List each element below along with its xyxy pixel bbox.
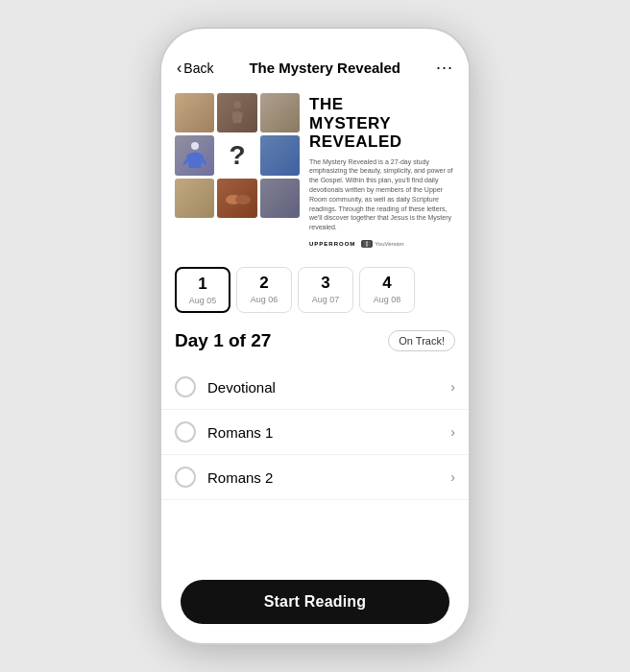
reading-circle-romans1	[175, 421, 196, 443]
book-info: THEMYSTERYREVEALED The Mystery Revealed …	[309, 93, 455, 248]
chevron-right-romans2: ›	[450, 469, 455, 485]
screen: ‹ Back The Mystery Revealed ···	[161, 29, 469, 643]
book-img-9	[260, 179, 300, 218]
book-img-6	[260, 135, 300, 175]
header-title: The Mystery Revealed	[249, 60, 400, 76]
book-hero: ? THEMYSTERYREVEALED The Mystery Reveal	[161, 84, 469, 259]
book-img-8	[217, 179, 256, 218]
book-img-7	[175, 179, 214, 218]
day-section: Day 1 of 27 On Track!	[161, 324, 469, 361]
day-tab-4-number: 4	[382, 274, 391, 293]
chevron-right-devotional: ›	[450, 379, 455, 395]
day-tab-2-number: 2	[259, 274, 268, 293]
svg-point-0	[233, 101, 241, 108]
day-tab-1-date: Aug 05	[189, 296, 217, 305]
notch	[267, 29, 363, 50]
figure2-icon	[183, 141, 206, 170]
day-tab-1-number: 1	[198, 275, 206, 294]
bible-icon	[363, 241, 371, 247]
book-img-2	[217, 93, 256, 132]
book-logos: UPPERROOM YouVersion	[309, 240, 455, 248]
more-button[interactable]: ···	[436, 58, 453, 78]
day-label: Day 1 of 27	[175, 330, 271, 351]
reading-list: Devotional › Romans 1 › Romans 2 ›	[161, 361, 469, 504]
question-mark: ?	[229, 140, 245, 171]
bottom-bar: Start Reading	[161, 568, 469, 643]
book-img-4	[175, 135, 214, 175]
book-img-1	[175, 93, 214, 132]
figure-icon	[228, 100, 247, 127]
on-track-badge: On Track!	[388, 330, 455, 351]
upperroom-logo: UPPERROOM	[309, 241, 355, 247]
day-tab-4[interactable]: 4 Aug 08	[359, 267, 415, 313]
reading-item-romans2[interactable]: Romans 2 ›	[161, 455, 469, 500]
chevron-left-icon: ‹	[177, 60, 182, 76]
day-tab-2[interactable]: 2 Aug 06	[236, 267, 292, 313]
book-description: The Mystery Revealed is a 27-day study e…	[309, 157, 455, 232]
day-tab-3-number: 3	[321, 274, 329, 293]
youversion-icon	[361, 240, 373, 248]
book-img-3	[260, 93, 300, 132]
reading-text-devotional: Devotional	[207, 379, 450, 396]
book-img-5: ?	[217, 135, 256, 175]
reading-text-romans2: Romans 2	[207, 469, 450, 486]
chevron-right-romans1: ›	[450, 424, 455, 440]
reading-item-romans1[interactable]: Romans 1 ›	[161, 410, 469, 455]
phone-shell: ‹ Back The Mystery Revealed ···	[161, 29, 469, 643]
day-tabs: 1 Aug 05 2 Aug 06 3 Aug 07 4 Aug 08	[161, 259, 469, 324]
main-content: ? THEMYSTERYREVEALED The Mystery Reveal	[161, 84, 469, 643]
book-title: THEMYSTERYREVEALED	[309, 95, 455, 152]
book-image-grid: ?	[175, 93, 300, 218]
header: ‹ Back The Mystery Revealed ···	[161, 50, 469, 84]
reading-circle-devotional	[175, 376, 196, 397]
reading-circle-romans2	[175, 467, 196, 488]
back-label: Back	[183, 60, 213, 76]
back-button[interactable]: ‹ Back	[177, 60, 213, 76]
reading-text-romans1: Romans 1	[207, 424, 450, 441]
day-tab-1[interactable]: 1 Aug 05	[175, 267, 230, 313]
svg-point-5	[235, 195, 251, 204]
youversion-logo: YouVersion	[361, 240, 403, 248]
day-tab-2-date: Aug 06	[251, 295, 279, 304]
hands-icon	[224, 188, 251, 207]
day-tab-3[interactable]: 3 Aug 07	[298, 267, 353, 313]
day-tab-3-date: Aug 07	[312, 295, 340, 304]
day-tab-4-date: Aug 08	[374, 295, 401, 304]
start-reading-button[interactable]: Start Reading	[181, 580, 449, 624]
youversion-text: YouVersion	[375, 241, 403, 247]
reading-item-devotional[interactable]: Devotional ›	[161, 365, 469, 410]
svg-point-1	[191, 142, 199, 150]
